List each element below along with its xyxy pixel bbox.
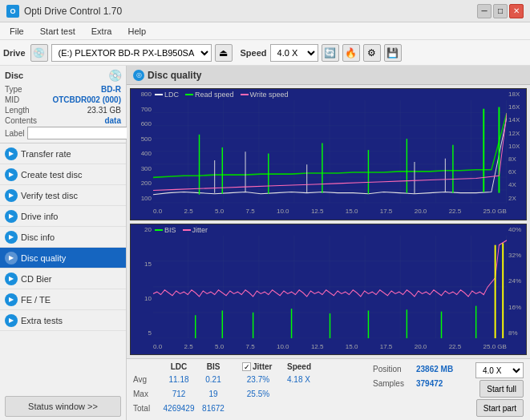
- extra-tests-label: Extra tests: [21, 316, 63, 325]
- length-value: 23.31 GB: [87, 106, 121, 115]
- refresh-button[interactable]: 🔄: [322, 44, 339, 62]
- speed-section: Speed 4.18 X: [287, 362, 311, 417]
- legend-read-speed: Read speed: [185, 91, 234, 99]
- stats-total-row: Total 4269429 81672: [133, 402, 229, 414]
- fe-te-label: FE / TE: [21, 295, 51, 305]
- cd-bier-label: CD Bier: [21, 274, 52, 284]
- menu-bar: File Start test Extra Help: [0, 22, 530, 40]
- status-window-button[interactable]: Status window >>: [5, 396, 121, 417]
- nav-items: ▶ Transfer rate ▶ Create test disc ▶ Ver…: [0, 143, 126, 393]
- chart1-y-axis-left: 800 700 600 500 400 300 200 100: [131, 89, 153, 204]
- contents-value: data: [104, 116, 121, 125]
- jitter-label: Jitter: [253, 362, 272, 371]
- main-content: Disc 💿 Type BD-R MID OTCBDR002 (000) Len…: [0, 66, 530, 420]
- disc-type-row: Type BD-R: [5, 85, 121, 94]
- avg-ldc-val: 11.18: [160, 375, 197, 384]
- disc-header: Disc 💿: [5, 69, 121, 82]
- menu-extra[interactable]: Extra: [85, 25, 119, 38]
- speed-label: Speed: [241, 48, 267, 58]
- start-part-label: Start part: [483, 404, 516, 413]
- speed-header: Speed: [287, 362, 311, 371]
- chart-bis: BIS Jitter 20 15 10 5 40% 32: [130, 224, 527, 356]
- disc-mid-row: MID OTCBDR002 (000): [5, 95, 121, 104]
- chart1-plot: [153, 100, 507, 204]
- disc-info-icon: ▶: [5, 231, 18, 244]
- jitter-avg-val: 23.7%: [242, 375, 274, 384]
- eject-button[interactable]: ⏏: [215, 44, 233, 62]
- stats-header-row: LDC BIS: [133, 362, 229, 371]
- chart2-x-axis: 0.0 2.5 5.0 7.5 10.0 12.5 15.0 17.5 20.0…: [153, 338, 507, 354]
- sidebar-item-extra-tests[interactable]: ▶ Extra tests: [0, 310, 126, 331]
- jitter-checkbox[interactable]: ✓: [242, 362, 251, 371]
- sidebar-item-drive-info[interactable]: ▶ Drive info: [0, 206, 126, 227]
- length-label: Length: [5, 106, 30, 115]
- sidebar-item-fe-te[interactable]: ▶ FE / TE: [0, 289, 126, 310]
- verify-test-disc-label: Verify test disc: [21, 191, 78, 200]
- start-full-button[interactable]: Start full: [479, 380, 524, 398]
- minimize-button[interactable]: ─: [477, 4, 492, 18]
- type-value: BD-R: [101, 85, 121, 94]
- bis-header: BIS: [197, 362, 229, 371]
- disc-quality-icon: ▶: [5, 252, 18, 265]
- burn-button[interactable]: 🔥: [342, 44, 360, 62]
- menu-help[interactable]: Help: [121, 25, 152, 38]
- chart1-x-axis: 0.0 2.5 5.0 7.5 10.0 12.5 15.0 17.5 20.0…: [153, 204, 507, 220]
- create-test-disc-icon: ▶: [5, 168, 18, 181]
- samples-label: Samples: [373, 379, 413, 388]
- dq-header-icon: ◎: [133, 70, 144, 81]
- label-label: Label: [5, 129, 24, 138]
- legend-jitter-label: Jitter: [192, 226, 208, 234]
- legend-write-speed: Write speed: [241, 91, 289, 99]
- drive-info-icon: ▶: [5, 210, 18, 223]
- chart2-plot: [153, 236, 507, 339]
- create-test-disc-label: Create test disc: [21, 170, 82, 180]
- speed-select-stats[interactable]: 4.0 X: [475, 362, 524, 378]
- chart1-svg: [153, 100, 507, 204]
- max-bis-val: 19: [197, 390, 229, 398]
- avg-bis-val: 0.21: [197, 375, 229, 384]
- sidebar-item-verify-test-disc[interactable]: ▶ Verify test disc: [0, 185, 126, 206]
- settings-button[interactable]: ⚙: [363, 44, 381, 62]
- drive-select[interactable]: (E:) PLEXTOR BD-R PX-LB950SA 1.06: [51, 44, 212, 62]
- sidebar-item-disc-quality[interactable]: ▶ Disc quality: [0, 248, 126, 269]
- legend-ldc-label: LDC: [164, 91, 179, 99]
- maximize-button[interactable]: □: [493, 4, 508, 18]
- disc-quality-title: Disc quality: [148, 70, 201, 81]
- jitter-header: ✓ Jitter: [242, 362, 274, 371]
- chart2-legend: BIS Jitter: [155, 226, 208, 234]
- sidebar-item-create-test-disc[interactable]: ▶ Create test disc: [0, 164, 126, 185]
- legend-bis: BIS: [155, 226, 176, 234]
- samples-val: 379472: [416, 379, 464, 388]
- close-button[interactable]: ✕: [509, 4, 524, 18]
- total-ldc-val: 4269429: [160, 404, 197, 413]
- sidebar-item-disc-info[interactable]: ▶ Disc info: [0, 227, 126, 248]
- legend-jitter: Jitter: [183, 226, 208, 234]
- transfer-rate-icon: ▶: [5, 147, 18, 160]
- sidebar-item-transfer-rate[interactable]: ▶ Transfer rate: [0, 143, 126, 164]
- start-part-button[interactable]: Start part: [476, 399, 524, 417]
- save-button[interactable]: 💾: [384, 44, 402, 62]
- disc-contents-row: Contents data: [5, 116, 121, 125]
- sidebar: Disc 💿 Type BD-R MID OTCBDR002 (000) Len…: [0, 66, 127, 420]
- transfer-rate-label: Transfer rate: [21, 149, 71, 159]
- total-bis-val: 81672: [197, 404, 229, 413]
- max-ldc-val: 712: [160, 390, 197, 398]
- sidebar-item-cd-bier[interactable]: ▶ CD Bier: [0, 269, 126, 289]
- samples-row: Samples 379472: [373, 377, 464, 390]
- speed-avg-val: 4.18 X: [287, 375, 310, 384]
- disc-quality-label: Disc quality: [21, 253, 66, 263]
- disc-label-row: Label ⋯: [5, 127, 121, 139]
- legend-write-speed-label: Write speed: [250, 91, 289, 99]
- position-val: 23862 MB: [416, 365, 464, 374]
- menu-file[interactable]: File: [3, 25, 30, 38]
- label-input[interactable]: [27, 127, 134, 139]
- action-area: 4.0 X Start full Start part: [475, 362, 524, 417]
- jitter-max-row: 25.5%: [242, 387, 274, 400]
- chart1-legend: LDC Read speed Write speed: [155, 91, 288, 99]
- menu-start-test[interactable]: Start test: [34, 25, 82, 38]
- title-bar: O Opti Drive Control 1.70 ─ □ ✕: [0, 0, 530, 22]
- contents-label: Contents: [5, 116, 37, 125]
- speed-select[interactable]: 4.0 X: [270, 44, 318, 62]
- max-label: Max: [133, 390, 160, 398]
- position-row: Position 23862 MB: [373, 362, 464, 375]
